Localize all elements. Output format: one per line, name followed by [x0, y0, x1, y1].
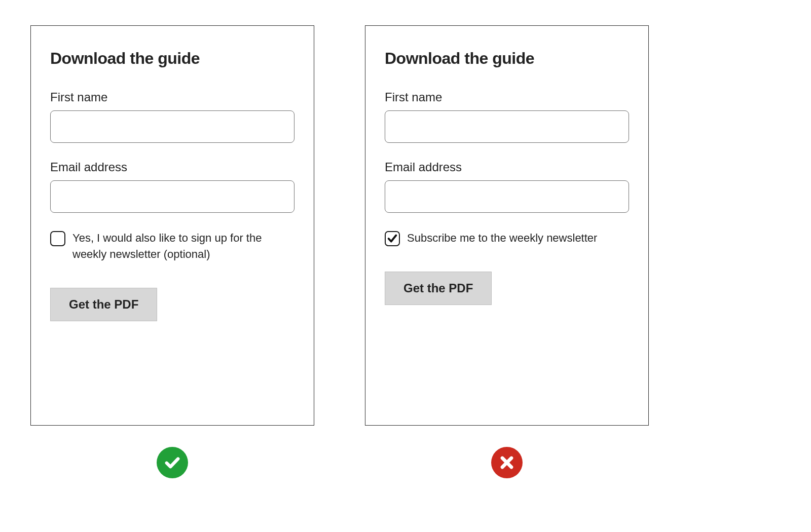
newsletter-opt-in-row: Yes, I would also like to sign up for th…	[50, 230, 294, 262]
first-name-label: First name	[50, 90, 294, 104]
submit-button[interactable]: Get the PDF	[50, 288, 157, 321]
verdict-bad-icon	[491, 447, 523, 478]
field-first-name: First name	[50, 90, 294, 143]
first-name-input[interactable]	[385, 110, 629, 143]
checkmark-icon	[387, 233, 398, 244]
form-card-good: Download the guide First name Email addr…	[30, 25, 314, 426]
form-title: Download the guide	[385, 49, 629, 68]
email-input[interactable]	[50, 180, 294, 213]
newsletter-opt-in-row: Subscribe me to the weekly newsletter	[385, 230, 629, 246]
email-label: Email address	[385, 160, 629, 174]
newsletter-checkbox[interactable]	[385, 231, 400, 246]
email-input[interactable]	[385, 180, 629, 213]
newsletter-checkbox-label: Yes, I would also like to sign up for th…	[72, 230, 294, 262]
email-label: Email address	[50, 160, 294, 174]
example-good: Download the guide First name Email addr…	[30, 25, 314, 478]
field-first-name: First name	[385, 90, 629, 143]
verdict-good-icon	[157, 447, 188, 478]
field-email: Email address	[50, 160, 294, 213]
form-card-bad: Download the guide First name Email addr…	[365, 25, 649, 426]
cross-circle-icon	[498, 453, 516, 472]
field-email: Email address	[385, 160, 629, 213]
form-title: Download the guide	[50, 49, 294, 68]
example-bad: Download the guide First name Email addr…	[365, 25, 649, 478]
submit-button[interactable]: Get the PDF	[385, 272, 492, 305]
newsletter-checkbox[interactable]	[50, 231, 65, 246]
first-name-label: First name	[385, 90, 629, 104]
first-name-input[interactable]	[50, 110, 294, 143]
newsletter-checkbox-label: Subscribe me to the weekly newsletter	[407, 230, 597, 246]
check-circle-icon	[163, 453, 181, 472]
